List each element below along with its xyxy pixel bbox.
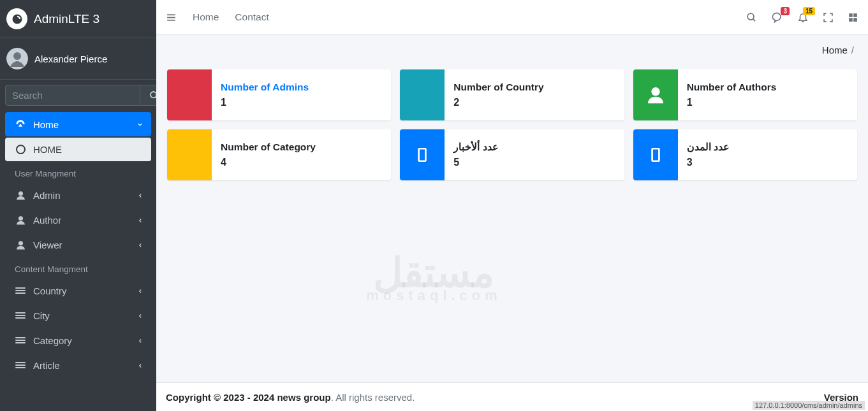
sidebar-item-home[interactable]: Home [5,112,151,136]
info-box-admins[interactable]: Number of Admins 1 [167,69,391,120]
svg-rect-15 [853,18,857,22]
topnav-link-contact[interactable]: Contact [235,11,268,23]
sidebar-item-label: City [33,310,50,321]
chevron-left-icon [137,288,143,294]
brand-text: AdminLTE 3 [34,12,99,26]
topnav: Home Contact 3 15 [156,0,868,35]
sidebar-item-label: Category [33,335,72,346]
bars-icon [166,12,177,23]
sidebar-item-label: HOME [33,144,62,155]
chevron-left-icon [137,217,143,224]
nav-header-content: Content Mangment [5,258,151,278]
topnav-search-button[interactable] [746,12,757,23]
info-box-country[interactable]: Number of Country 2 [400,69,624,120]
info-box-value: 1 [221,97,309,108]
info-box-title: عدد المدن [687,141,730,153]
search-button[interactable] [140,85,156,106]
sidebar-item-country[interactable]: Country [5,279,151,303]
info-box-value: 4 [221,157,316,168]
info-box-news[interactable]: عدد ألأخبار 5 [400,129,624,180]
info-box-title: Number of Country [453,82,543,93]
sidebar-item-admin[interactable]: Admin [5,184,151,207]
info-box-value: 1 [687,97,777,108]
user-icon [13,240,28,250]
sidebar-item-home-sub[interactable]: HOME [5,138,151,161]
sidebar-item-article[interactable]: Article [5,354,151,377]
chevron-left-icon [137,242,143,249]
svg-point-1 [13,52,21,60]
info-box-content: عدد المدن 3 [678,129,739,180]
topnav-messages-button[interactable]: 3 [771,11,783,24]
sidebar-item-viewer[interactable]: Viewer [5,233,151,257]
flag-icon [13,312,28,321]
info-box-icon [167,69,212,120]
flag-icon [13,361,28,370]
info-box-icon [633,69,678,120]
info-box-value: 2 [453,97,543,108]
svg-rect-13 [853,13,857,17]
info-box-title[interactable]: Number of Admins [221,82,309,93]
flag-icon [13,287,28,296]
topnav-notifications-button[interactable]: 15 [797,11,809,23]
sidebar-item-label: Author [33,215,61,226]
sidebar-item-label: Viewer [33,240,63,250]
info-box-category[interactable]: Number of Category 4 [167,129,391,180]
svg-point-6 [18,241,22,245]
svg-point-5 [18,216,22,220]
avatar [6,48,28,69]
messages-badge: 3 [781,7,790,15]
sidebar-item-label: Home [33,119,59,130]
brand[interactable]: AdminLTE 3 [0,0,156,38]
footer-company[interactable]: news group [277,392,330,403]
sidebar-item-label: Country [33,285,67,296]
breadcrumb-separator: / [851,45,854,55]
info-box-content: Number of Authors 1 [678,69,786,120]
notifications-badge: 15 [803,7,815,15]
user-icon [13,215,28,226]
svg-point-2 [151,92,156,97]
expand-icon [823,12,834,23]
search-input[interactable] [5,85,140,106]
mobile-icon [414,147,430,163]
chevron-left-icon [137,192,143,199]
user-icon [13,190,28,201]
info-box-authors[interactable]: Number of Authors 1 [633,69,857,120]
topnav-link-home[interactable]: Home [193,11,219,23]
svg-line-11 [753,18,756,21]
breadcrumb-home[interactable]: Home [822,45,848,55]
info-box-content: Number of Category 4 [212,129,325,180]
topnav-grid-button[interactable] [848,12,858,23]
topnav-fullscreen-button[interactable] [823,12,834,23]
svg-point-4 [18,191,22,196]
topnav-right: 3 15 [746,11,858,24]
info-box-title: Number of Category [221,141,316,153]
mobile-icon [647,147,664,163]
grid-icon [848,12,858,23]
info-box-content: Number of Country 2 [445,69,552,120]
svg-rect-12 [849,13,853,17]
sidebar-item-author[interactable]: Author [5,208,151,232]
menu-toggle-button[interactable] [166,12,177,23]
chevron-left-icon [137,313,143,319]
brand-logo-icon [6,8,27,29]
info-box-icon [400,69,445,120]
user-panel[interactable]: Alexander Pierce [0,38,156,80]
info-box-content: عدد ألأخبار 5 [445,129,507,180]
sidebar-search [0,80,156,111]
sidebar-item-category[interactable]: Category [5,329,151,352]
flag-icon [13,336,28,345]
sidebar-item-city[interactable]: City [5,304,151,328]
nav-menu: Home HOME User Mangment Admin Author [0,112,156,377]
info-box-cities[interactable]: عدد المدن 3 [633,129,857,180]
breadcrumb: Home / [156,35,868,55]
svg-point-10 [747,13,754,20]
sidebar: AdminLTE 3 Alexander Pierce Home HOME Us… [0,0,156,411]
footer-suffix: . All rights reserved. [331,392,415,403]
search-icon [149,90,156,101]
sidebar-item-label: Admin [33,190,61,201]
chevron-down-icon [136,121,143,128]
info-box-value: 3 [687,157,730,168]
info-box-icon [400,129,445,180]
nav-header-users: User Mangment [5,162,151,182]
chevron-left-icon [137,338,143,344]
